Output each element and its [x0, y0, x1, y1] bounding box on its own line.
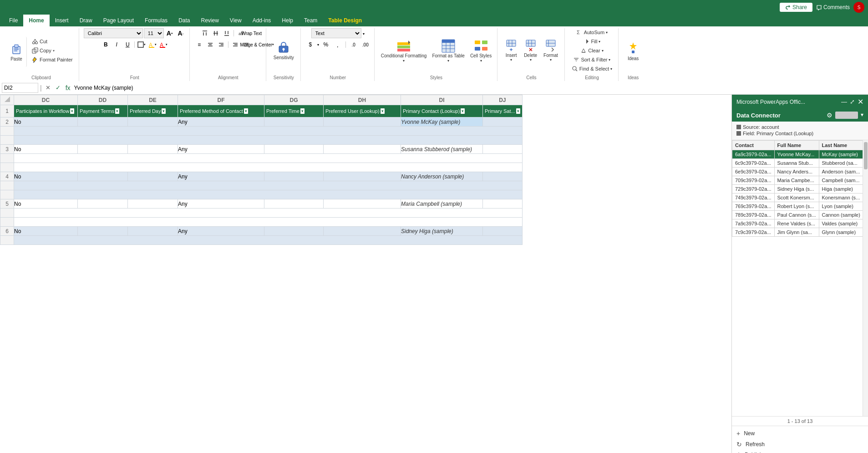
panel-table-row[interactable]: 6c9c3979-02a... Susanna Stub... Stubbero…	[732, 159, 863, 168]
cell-reference-box[interactable]: DI2	[2, 83, 38, 93]
cell-dc-3[interactable]: No	[14, 145, 78, 154]
panel-table-row[interactable]: 7c9c3979-02a... Jim Glynn (sa... Glynn (…	[732, 228, 863, 237]
border-button[interactable]: ▾	[137, 40, 147, 50]
header-cell-dg[interactable]: Preferred Time▾	[264, 105, 324, 117]
cell-dd-5[interactable]	[78, 199, 128, 209]
cell-dd-3[interactable]	[78, 145, 128, 154]
currency-dropdown[interactable]: ▾	[317, 43, 319, 47]
insert-cells-button[interactable]: Insert ▾	[502, 36, 520, 66]
cell-di-6[interactable]: Sidney Higa (sample)	[401, 227, 483, 236]
tab-table-design[interactable]: Table Design	[323, 15, 367, 26]
number-format-dropdown[interactable]: ▾	[363, 32, 365, 36]
filter-icon-dc[interactable]: ▾	[70, 108, 74, 114]
formula-input[interactable]	[72, 84, 866, 92]
refresh-action[interactable]: ↻ Refresh	[736, 441, 863, 448]
align-center-button[interactable]	[205, 40, 215, 50]
panel-table-row[interactable]: 709c3979-02a... Maria Campbe... Campbell…	[732, 176, 863, 185]
filter-icon-de[interactable]: ▾	[162, 108, 166, 114]
tab-help[interactable]: Help	[276, 15, 299, 26]
cell-dc-6[interactable]: No	[14, 227, 78, 236]
tab-insert[interactable]: Insert	[50, 15, 74, 26]
tab-formulas[interactable]: Formulas	[139, 15, 173, 26]
col-header-dg[interactable]: DG	[264, 95, 324, 105]
format-as-table-button[interactable]: Format as Table ▾	[430, 36, 467, 66]
cell-dh-3[interactable]	[324, 145, 401, 154]
cell-dg-5[interactable]	[264, 199, 324, 209]
cell-df-3[interactable]: Any	[178, 145, 264, 154]
tab-addins[interactable]: Add-ins	[247, 15, 277, 26]
find-select-button[interactable]: Find & Select ▾	[569, 65, 614, 73]
cell-dh-6[interactable]	[324, 227, 401, 236]
select-all-icon[interactable]	[4, 96, 10, 102]
conditional-formatting-button[interactable]: Conditional Formatting ▾	[379, 36, 429, 66]
cell-de-5[interactable]	[128, 199, 178, 209]
cell-dh-4[interactable]	[324, 172, 401, 181]
cell-dj-3[interactable]	[483, 145, 523, 154]
tab-review[interactable]: Review	[195, 15, 224, 26]
cell-dj-2[interactable]	[483, 117, 523, 127]
format-cells-button[interactable]: Format ▾	[541, 36, 561, 66]
panel-settings-icon[interactable]: ⚙	[827, 112, 832, 119]
cell-dd-4[interactable]	[78, 172, 128, 181]
cell-de-3[interactable]	[128, 145, 178, 154]
tab-view[interactable]: View	[224, 15, 247, 26]
cell-df-5[interactable]: Any	[178, 199, 264, 209]
sort-filter-button[interactable]: Sort & Filter ▾	[571, 56, 613, 64]
cell-dd-6[interactable]	[78, 227, 128, 236]
col-header-dd[interactable]: DD	[78, 95, 128, 105]
share-button[interactable]: Share	[780, 3, 812, 12]
align-right-button[interactable]	[216, 40, 226, 50]
panel-table-scroll[interactable]: Contact Full Name Last Name 6a9c3979-02a…	[732, 140, 863, 416]
cell-di-4[interactable]: Nancy Anderson (sample)	[401, 172, 483, 181]
align-top-button[interactable]	[200, 28, 210, 38]
percent-button[interactable]: %	[321, 40, 331, 50]
cell-dc-4[interactable]: No	[14, 172, 78, 181]
autosum-button[interactable]: Σ AutoSum ▾	[574, 28, 610, 36]
insert-function-button[interactable]: fx	[64, 84, 72, 92]
header-cell-dh[interactable]: Preferred User (Lookup)▾	[324, 105, 401, 117]
merge-center-button[interactable]: Merge & Center ▾	[252, 40, 262, 50]
header-cell-de[interactable]: Preferred Day▾	[128, 105, 178, 117]
decrease-font-size-button[interactable]: A-	[176, 28, 186, 38]
fill-color-button[interactable]: A ▾	[147, 40, 157, 50]
panel-close-button[interactable]: ✕	[858, 97, 863, 106]
cell-dh-2[interactable]	[324, 117, 401, 127]
header-cell-dd[interactable]: Payment Terms▾	[78, 105, 128, 117]
panel-table-row[interactable]: 749c3979-02a... Scott Konersm... Konersm…	[732, 193, 863, 202]
panel-table-row[interactable]: 789c3979-02a... Paul Cannon (s... Cannon…	[732, 211, 863, 219]
tab-draw[interactable]: Draw	[74, 15, 98, 26]
cell-dg-4[interactable]	[264, 172, 324, 181]
col-header-dc[interactable]: DC	[14, 95, 78, 105]
header-cell-di[interactable]: Primary Contact (Lookup)▾	[401, 105, 483, 117]
fill-button[interactable]: Fill ▾	[581, 37, 603, 46]
cell-dj-5[interactable]	[483, 199, 523, 209]
cell-df-6[interactable]: Any	[178, 227, 264, 236]
underline-button[interactable]: U	[122, 40, 132, 50]
ideas-button[interactable]: Ideas	[623, 36, 643, 66]
cell-df-2[interactable]: Any	[178, 117, 264, 127]
tab-data[interactable]: Data	[173, 15, 195, 26]
col-header-di[interactable]: DI	[401, 95, 483, 105]
new-action[interactable]: + New	[736, 430, 863, 437]
comments-button[interactable]: Comments	[816, 4, 850, 10]
col-header-dj[interactable]: DJ	[483, 95, 523, 105]
tab-team[interactable]: Team	[299, 15, 323, 26]
cell-di-5[interactable]: Maria Campbell (sample)	[401, 199, 483, 209]
filter-icon-dd[interactable]: ▾	[115, 108, 119, 114]
font-color-button[interactable]: A ▾	[158, 40, 168, 50]
cell-di-2[interactable]: Yvonne McKay (sample)	[401, 117, 483, 127]
panel-table-row[interactable]: 769c3979-02a... Robert Lyon (s... Lyon (…	[732, 202, 863, 211]
filter-icon-dj[interactable]: ▾	[516, 108, 520, 114]
increase-font-size-button[interactable]: A+	[165, 28, 175, 38]
cell-styles-button[interactable]: Cell Styles ▾	[468, 36, 493, 66]
col-header-df[interactable]: DF	[178, 95, 264, 105]
header-cell-df[interactable]: Preferred Method of Contact▾	[178, 105, 264, 117]
cell-dg-2[interactable]	[264, 117, 324, 127]
cell-dg-3[interactable]	[264, 145, 324, 154]
panel-table-row[interactable]: 729c3979-02a... Sidney Higa (s... Higa (…	[732, 185, 863, 193]
cell-de-2[interactable]	[128, 117, 178, 127]
panel-minimize-button[interactable]: —	[841, 98, 847, 105]
cell-df-4[interactable]: Any	[178, 172, 264, 181]
format-painter-button[interactable]: Format Painter	[30, 56, 75, 64]
cut-button[interactable]: Cut	[30, 37, 75, 46]
